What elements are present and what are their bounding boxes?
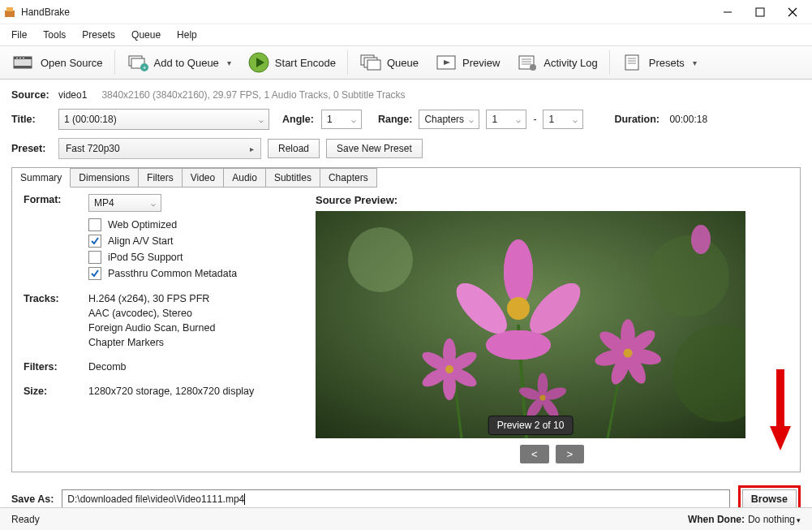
- filters-value: Decomb: [88, 361, 299, 373]
- add-queue-label: Add to Queue: [154, 57, 219, 69]
- angle-select[interactable]: 1⌵: [321, 110, 362, 129]
- svg-rect-9: [16, 58, 18, 58]
- ipod-checkbox[interactable]: [88, 251, 101, 264]
- svg-point-34: [648, 235, 729, 317]
- preset-label: Preset:: [11, 143, 52, 154]
- tracks-line-4: Chapter Markers: [88, 337, 299, 348]
- play-icon: [247, 53, 270, 72]
- svg-rect-28: [625, 55, 638, 70]
- tab-subtitles[interactable]: Subtitles: [266, 168, 320, 187]
- title-row: Title: 1 (00:00:18)⌵ Angle: 1⌵ Range: Ch…: [11, 109, 801, 130]
- queue-label: Queue: [387, 57, 419, 69]
- duration-label: Duration:: [614, 114, 663, 125]
- tab-filters[interactable]: Filters: [139, 168, 183, 187]
- align-av-label: Align A/V Start: [108, 235, 174, 247]
- menu-help[interactable]: Help: [169, 26, 205, 44]
- menubar: File Tools Presets Queue Help: [0, 24, 812, 45]
- source-preview-label: Source Preview:: [316, 194, 788, 206]
- when-done-select[interactable]: Do nothing▾: [748, 514, 801, 525]
- format-select[interactable]: MP4⌵: [88, 194, 161, 212]
- svg-rect-1: [6, 7, 13, 11]
- tab-chapters[interactable]: Chapters: [320, 168, 377, 187]
- passthru-meta-label: Passthru Common Metadata: [108, 268, 237, 279]
- tracks-line-1: H.264 (x264), 30 FPS PFR: [88, 293, 299, 304]
- preview-prev-button[interactable]: <: [520, 445, 549, 463]
- save-as-input[interactable]: D:\downloaded file\video\Video1111.mp4: [62, 489, 730, 509]
- presets-icon: [621, 53, 644, 72]
- preview-counter: Preview 2 of 10: [488, 416, 574, 435]
- range-label: Range:: [378, 114, 412, 125]
- ipod-label: iPod 5G Support: [108, 252, 183, 263]
- range-mode-select[interactable]: Chapters⌵: [419, 110, 479, 129]
- open-source-label: Open Source: [41, 57, 103, 69]
- queue-icon: [359, 53, 382, 72]
- format-label: Format:: [24, 194, 88, 283]
- range-from-select[interactable]: 1⌵: [486, 110, 526, 129]
- toolbar: Open Source + Add to Queue Start Encode …: [0, 45, 812, 80]
- svg-rect-3: [756, 8, 764, 16]
- tabs-container: Summary Dimensions Filters Video Audio S…: [11, 167, 801, 472]
- browse-button[interactable]: Browse: [742, 489, 797, 509]
- add-queue-button[interactable]: + Add to Queue: [118, 50, 239, 75]
- svg-text:+: +: [142, 64, 146, 71]
- save-as-label: Save As:: [11, 493, 54, 505]
- when-done-label: When Done:: [688, 514, 745, 525]
- svg-rect-11: [23, 58, 24, 58]
- tab-audio[interactable]: Audio: [224, 168, 266, 187]
- menu-presets[interactable]: Presets: [74, 26, 123, 44]
- presets-button[interactable]: Presets: [613, 50, 705, 75]
- duration-value: 00:00:18: [669, 114, 707, 125]
- preview-label: Preview: [462, 57, 500, 69]
- activity-label: Activity Log: [543, 57, 597, 69]
- activity-log-icon: [516, 53, 539, 72]
- source-row: Source: video1 3840x2160 (3840x2160), 29…: [11, 89, 801, 101]
- svg-point-27: [530, 64, 536, 71]
- preview-icon: [435, 53, 458, 72]
- start-encode-button[interactable]: Start Encode: [239, 50, 344, 75]
- preview-next-button[interactable]: >: [556, 445, 585, 463]
- queue-button[interactable]: Queue: [351, 50, 427, 75]
- passthru-meta-checkbox[interactable]: [88, 267, 101, 280]
- svg-point-33: [348, 227, 413, 292]
- svg-point-44: [507, 297, 530, 320]
- align-av-checkbox[interactable]: [88, 235, 101, 248]
- tab-video[interactable]: Video: [183, 168, 224, 187]
- source-info: 3840x2160 (3840x2160), 29.97 FPS, 1 Audi…: [101, 89, 405, 101]
- tracks-label: Tracks:: [24, 293, 88, 348]
- activity-button[interactable]: Activity Log: [508, 50, 605, 75]
- menu-file[interactable]: File: [3, 26, 35, 44]
- preset-select[interactable]: Fast 720p30▸: [58, 138, 261, 159]
- web-optimized-label: Web Optimized: [108, 219, 177, 231]
- window-maximize-button[interactable]: [744, 0, 776, 24]
- app-title: HandBrake: [21, 6, 70, 18]
- web-optimized-checkbox[interactable]: [88, 218, 101, 231]
- window-close-button[interactable]: [776, 0, 809, 24]
- svg-point-66: [691, 225, 711, 254]
- size-label: Size:: [24, 386, 88, 397]
- tab-dimensions[interactable]: Dimensions: [71, 168, 139, 187]
- menu-tools[interactable]: Tools: [35, 26, 74, 44]
- svg-rect-8: [14, 66, 32, 68]
- svg-point-42: [486, 330, 551, 360]
- svg-rect-0: [5, 11, 15, 17]
- range-to-select[interactable]: 1⌵: [543, 110, 583, 129]
- titlebar: HandBrake: [0, 0, 812, 24]
- title-select[interactable]: 1 (00:00:18)⌵: [58, 109, 269, 130]
- source-preview-image: Preview 2 of 10: [316, 211, 745, 438]
- tracks-line-2: AAC (avcodec), Stereo: [88, 308, 299, 319]
- reload-button[interactable]: Reload: [268, 139, 320, 158]
- presets-label: Presets: [649, 57, 685, 69]
- open-source-button[interactable]: Open Source: [5, 50, 111, 75]
- tab-summary[interactable]: Summary: [11, 167, 71, 187]
- title-label: Title:: [11, 114, 52, 125]
- filters-label: Filters:: [24, 361, 88, 373]
- svg-point-40: [504, 239, 533, 304]
- preset-row: Preset: Fast 720p30▸ Reload Save New Pre…: [11, 138, 801, 159]
- range-dash: -: [533, 114, 536, 125]
- preview-button[interactable]: Preview: [427, 50, 508, 75]
- window-minimize-button[interactable]: [711, 0, 744, 24]
- save-new-preset-button[interactable]: Save New Preset: [326, 139, 423, 158]
- status-text: Ready: [11, 514, 40, 525]
- svg-point-51: [445, 365, 453, 373]
- menu-queue[interactable]: Queue: [123, 26, 169, 44]
